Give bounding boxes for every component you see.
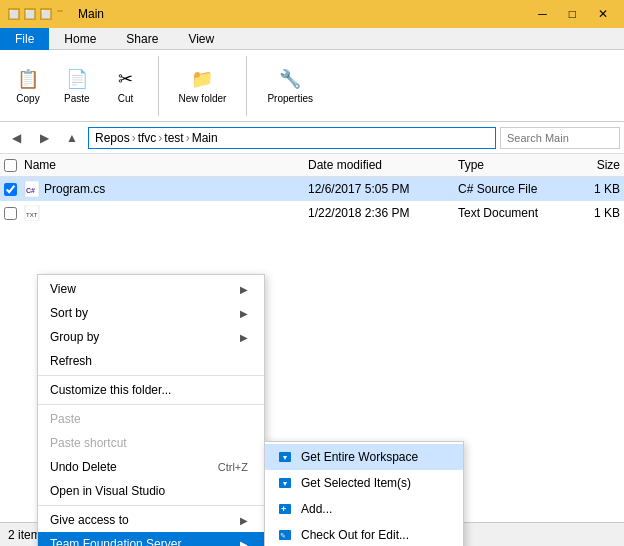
ctx-refresh[interactable]: Refresh (38, 349, 264, 373)
row2-check[interactable] (0, 207, 20, 220)
col-size-header[interactable]: Size (564, 156, 624, 174)
ribbon-properties-btn[interactable]: 🔧 Properties (259, 63, 321, 108)
sort-arrow-icon: ▶ (240, 308, 248, 319)
ctx-sort-by[interactable]: Sort by ▶ (38, 301, 264, 325)
forward-btn[interactable]: ▶ (32, 126, 56, 150)
ctx-group-by[interactable]: Group by ▶ (38, 325, 264, 349)
cut-icon: ✂ (114, 67, 138, 91)
up-btn[interactable]: ▲ (60, 126, 84, 150)
select-all-checkbox[interactable] (4, 159, 17, 172)
txt-file-icon: TXT (24, 205, 40, 221)
path-repos[interactable]: Repos (95, 131, 130, 145)
svg-text:+: + (281, 504, 286, 514)
path-main[interactable]: Main (192, 131, 218, 145)
back-btn[interactable]: ◀ (4, 126, 28, 150)
folder-icon (56, 6, 72, 22)
ctx-customize[interactable]: Customize this folder... (38, 378, 264, 402)
tab-view[interactable]: View (173, 28, 229, 50)
sub-ctx-get-selected[interactable]: Get Selected Item(s) (265, 470, 463, 496)
ctx-paste-shortcut: Paste shortcut (38, 431, 264, 455)
search-input[interactable] (500, 127, 620, 149)
tab-share[interactable]: Share (111, 28, 173, 50)
minimize-btn[interactable]: ─ (530, 7, 555, 21)
svg-text:TXT: TXT (26, 212, 38, 218)
address-bar: ◀ ▶ ▲ Repos › tfvc › test › Main (0, 122, 624, 154)
undo-shortcut: Ctrl+Z (218, 461, 248, 473)
svg-text:C#: C# (26, 187, 35, 194)
ribbon-copy-btn[interactable]: 📋 Copy (8, 63, 48, 108)
svg-text:✎: ✎ (280, 532, 286, 539)
path-tfvc[interactable]: tfvc (138, 131, 157, 145)
tfs-arrow-icon: ▶ (240, 539, 248, 547)
ctx-undo-delete[interactable]: Undo Delete Ctrl+Z (38, 455, 264, 479)
title-bar: ⬜ ⬜ ⬜ Main ─ □ ✕ (0, 0, 624, 28)
get-selected-icon (277, 475, 293, 491)
row1-filename: Program.cs (44, 182, 105, 196)
col-name-header[interactable]: Name (20, 156, 304, 174)
group-arrow-icon: ▶ (240, 332, 248, 343)
svg-rect-0 (57, 11, 71, 20)
ribbon-sep-2 (246, 56, 247, 116)
ribbon-cut-btn[interactable]: ✂ Cut (106, 63, 146, 108)
sub-context-menu: Get Entire Workspace Get Selected Item(s… (264, 441, 464, 546)
ribbon-paste-btn[interactable]: 📄 Paste (56, 63, 98, 108)
row1-name[interactable]: C# Program.cs (20, 179, 304, 199)
copy-icon: 📋 (16, 67, 40, 91)
ctx-tfs[interactable]: Team Foundation Server ▶ (38, 532, 264, 546)
ribbon-bar: 📋 Copy 📄 Paste ✂ Cut 📁 New folder 🔧 Prop… (0, 50, 624, 122)
give-access-arrow-icon: ▶ (240, 515, 248, 526)
properties-icon: 🔧 (278, 67, 302, 91)
sub-ctx-checkout[interactable]: ✎ Check Out for Edit... (265, 522, 463, 546)
row1-type: C# Source File (454, 180, 564, 198)
row1-checkbox[interactable] (4, 183, 17, 196)
table-row[interactable]: C# Program.cs 12/6/2017 5:05 PM C# Sourc… (0, 177, 624, 201)
ribbon-new-folder-btn[interactable]: 📁 New folder (171, 63, 235, 108)
context-menu: View ▶ Sort by ▶ Group by ▶ Refresh Cust… (37, 274, 265, 546)
close-btn[interactable]: ✕ (590, 7, 616, 21)
ctx-sep-3 (38, 505, 264, 506)
sub-ctx-get-workspace[interactable]: Get Entire Workspace (265, 444, 463, 470)
ctx-give-access[interactable]: Give access to ▶ (38, 508, 264, 532)
ctx-sep-1 (38, 375, 264, 376)
maximize-btn[interactable]: □ (561, 7, 584, 21)
ctx-sep-2 (38, 404, 264, 405)
title-bar-icon3: ⬜ (40, 8, 52, 20)
sub-ctx-add[interactable]: + Add... (265, 496, 463, 522)
get-workspace-icon (277, 449, 293, 465)
paste-icon: 📄 (65, 67, 89, 91)
title-bar-icon2: ⬜ (24, 8, 36, 20)
tab-file[interactable]: File (0, 28, 49, 50)
new-folder-icon: 📁 (190, 67, 214, 91)
col-type-header[interactable]: Type (454, 156, 564, 174)
ctx-open-vs[interactable]: Open in Visual Studio (38, 479, 264, 503)
file-list: Name Date modified Type Size C# Program.… (0, 154, 624, 522)
cs-file-icon: C# (24, 181, 40, 197)
row2-name[interactable]: TXT (20, 203, 304, 223)
row2-checkbox[interactable] (4, 207, 17, 220)
checkout-icon: ✎ (277, 527, 293, 543)
title-bar-icon1: ⬜ (8, 8, 20, 20)
ribbon-tabs: File Home Share View (0, 28, 624, 50)
ctx-paste: Paste (38, 407, 264, 431)
col-date-header[interactable]: Date modified (304, 156, 454, 174)
table-row[interactable]: TXT 1/22/2018 2:36 PM Text Document 1 KB (0, 201, 624, 225)
row1-size: 1 KB (564, 180, 624, 198)
view-arrow-icon: ▶ (240, 284, 248, 295)
path-test[interactable]: test (164, 131, 183, 145)
add-icon: + (277, 501, 293, 517)
ribbon-sep-1 (158, 56, 159, 116)
row1-date: 12/6/2017 5:05 PM (304, 180, 454, 198)
row2-type: Text Document (454, 204, 564, 222)
row2-date: 1/22/2018 2:36 PM (304, 204, 454, 222)
title-bar-icons: ⬜ ⬜ ⬜ (8, 6, 72, 22)
file-list-header: Name Date modified Type Size (0, 154, 624, 177)
row1-check[interactable] (0, 183, 20, 196)
col-check-header (0, 156, 20, 174)
main-area: Name Date modified Type Size C# Program.… (0, 154, 624, 522)
svg-rect-1 (57, 10, 63, 12)
address-path[interactable]: Repos › tfvc › test › Main (88, 127, 496, 149)
row2-size: 1 KB (564, 204, 624, 222)
tab-home[interactable]: Home (49, 28, 111, 50)
ctx-view[interactable]: View ▶ (38, 277, 264, 301)
title-text: Main (78, 7, 104, 21)
